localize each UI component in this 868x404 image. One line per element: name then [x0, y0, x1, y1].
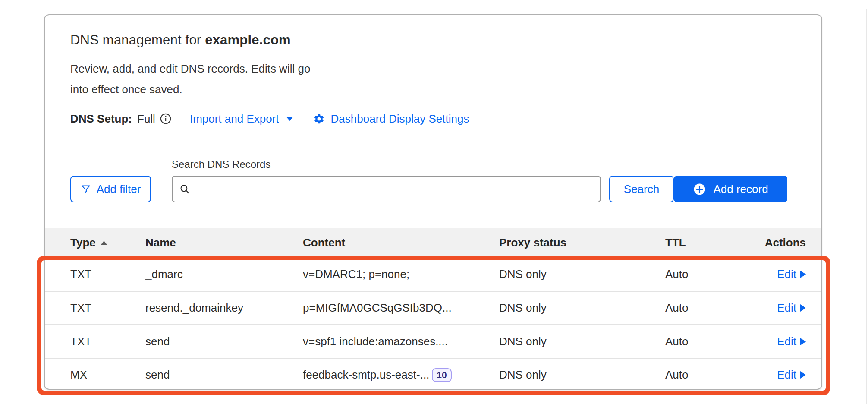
- add-record-label: Add record: [713, 183, 768, 196]
- table-row: TXT _dmarc v=DMARC1; p=none; DNS only Au…: [45, 257, 821, 291]
- import-export-link[interactable]: Import and Export: [190, 112, 293, 126]
- edit-link[interactable]: Edit: [777, 301, 806, 315]
- chevron-right-icon: [800, 304, 806, 312]
- page-title-prefix: DNS management for: [70, 32, 205, 47]
- search-button[interactable]: Search: [609, 176, 674, 202]
- edit-label: Edit: [777, 368, 796, 382]
- domain-name: example.com: [205, 32, 291, 47]
- plus-icon: [693, 183, 706, 196]
- column-header-name[interactable]: Name: [145, 236, 303, 249]
- table-row: MX send feedback-smtp.us-east-... 10 DNS…: [45, 358, 821, 390]
- cell-ttl: Auto: [665, 268, 733, 281]
- column-header-actions: Actions: [733, 236, 821, 249]
- cell-content: feedback-smtp.us-east-...: [303, 368, 429, 382]
- search-input-container: [172, 176, 601, 202]
- cell-name: send: [145, 368, 303, 382]
- page-edge-divider: [866, 9, 867, 404]
- chevron-right-icon: [800, 371, 806, 379]
- add-filter-label: Add filter: [97, 183, 141, 196]
- edit-link[interactable]: Edit: [777, 335, 806, 348]
- dns-records-table: Type Name Content Proxy status TTL Actio…: [45, 228, 821, 390]
- info-icon[interactable]: [160, 113, 172, 125]
- cell-proxy-status: DNS only: [499, 368, 665, 382]
- cell-type: TXT: [45, 301, 145, 315]
- priority-badge: 10: [432, 368, 451, 382]
- cell-ttl: Auto: [665, 368, 733, 382]
- cell-ttl: Auto: [665, 301, 733, 315]
- table-row: TXT send v=spf1 include:amazonses.... DN…: [45, 324, 821, 358]
- import-export-label: Import and Export: [190, 112, 279, 126]
- add-record-button[interactable]: Add record: [674, 176, 787, 202]
- dns-setup-label: DNS Setup:: [70, 112, 132, 126]
- dns-setup-value: Full: [137, 112, 155, 126]
- search-input[interactable]: [195, 183, 593, 196]
- cell-name: send: [145, 335, 303, 348]
- page-title: DNS management for example.com: [70, 32, 795, 49]
- filter-icon: [81, 184, 91, 194]
- column-header-type[interactable]: Type: [70, 236, 107, 249]
- cell-content: v=DMARC1; p=none;: [303, 268, 409, 281]
- cell-name: _dmarc: [145, 268, 303, 281]
- search-icon: [179, 184, 190, 195]
- dashboard-display-settings-label: Dashboard Display Settings: [331, 112, 469, 126]
- add-filter-button[interactable]: Add filter: [70, 176, 151, 202]
- search-label: Search DNS Records: [172, 158, 601, 170]
- cell-proxy-status: DNS only: [499, 268, 665, 281]
- edit-label: Edit: [777, 335, 796, 348]
- card-header-section: DNS management for example.com Review, a…: [45, 15, 821, 202]
- cell-content: p=MIGfMA0GCSqGSIb3DQ...: [303, 301, 452, 315]
- table-header-row: Type Name Content Proxy status TTL Actio…: [45, 228, 821, 257]
- dns-setup-row: DNS Setup: Full Import and Export: [70, 111, 795, 126]
- cell-proxy-status: DNS only: [499, 301, 665, 315]
- edit-label: Edit: [777, 268, 796, 281]
- dashboard-display-settings-link[interactable]: Dashboard Display Settings: [313, 112, 469, 126]
- column-header-proxy-status[interactable]: Proxy status: [499, 236, 665, 249]
- column-header-content[interactable]: Content: [303, 236, 499, 249]
- chevron-right-icon: [800, 338, 806, 345]
- gear-icon: [313, 113, 325, 125]
- cell-type: TXT: [45, 335, 145, 348]
- column-header-ttl[interactable]: TTL: [665, 236, 733, 249]
- toolbar: Add filter Search DNS Records Search: [70, 158, 795, 202]
- chevron-down-icon: [286, 117, 293, 121]
- cell-type: TXT: [45, 268, 145, 281]
- cell-type: MX: [45, 368, 145, 382]
- chevron-right-icon: [800, 271, 806, 278]
- dns-management-card: DNS management for example.com Review, a…: [44, 14, 822, 390]
- edit-link[interactable]: Edit: [777, 368, 806, 382]
- sort-ascending-icon: [101, 241, 107, 245]
- cell-name: resend._domainkey: [145, 301, 303, 315]
- edit-link[interactable]: Edit: [777, 268, 806, 281]
- page-description: Review, add, and edit DNS records. Edits…: [70, 58, 329, 100]
- table-body: TXT _dmarc v=DMARC1; p=none; DNS only Au…: [45, 257, 821, 390]
- cell-ttl: Auto: [665, 335, 733, 348]
- search-group: Search DNS Records: [172, 158, 601, 202]
- edit-label: Edit: [777, 301, 796, 315]
- table-row: TXT resend._domainkey p=MIGfMA0GCSqGSIb3…: [45, 291, 821, 325]
- cell-proxy-status: DNS only: [499, 335, 665, 348]
- cell-content: v=spf1 include:amazonses....: [303, 335, 448, 348]
